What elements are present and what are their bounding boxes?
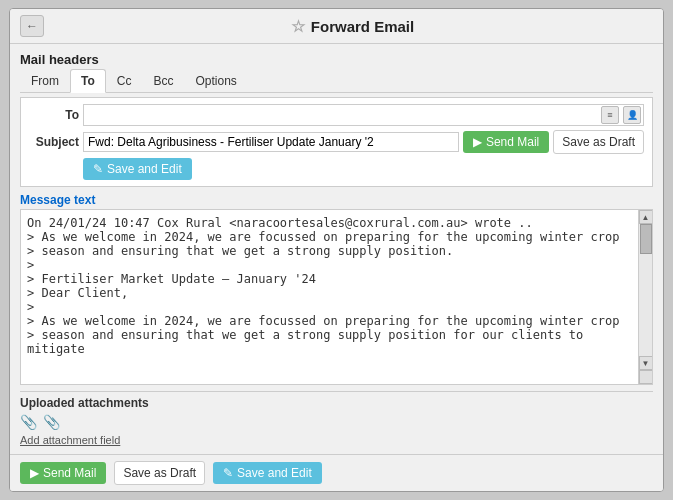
actions-row: ✎ Save and Edit: [29, 158, 644, 180]
to-label: To: [29, 108, 79, 122]
save-edit-button-bottom[interactable]: ✎ Save and Edit: [213, 462, 322, 484]
save-edit-label-top: Save and Edit: [107, 162, 182, 176]
tab-bar: From To Cc Bcc Options: [20, 69, 653, 93]
scroll-thumb[interactable]: [640, 224, 652, 254]
email-forward-window: ← ☆ Forward Email Mail headers From To C…: [9, 8, 664, 492]
back-icon: ←: [26, 19, 38, 33]
scroll-track[interactable]: [639, 224, 652, 356]
attachments-section: Uploaded attachments 📎 📎 Add attachment …: [20, 391, 653, 446]
form-section: To ≡ 👤 Subject ▶ Send Mail Save as: [20, 97, 653, 187]
attachment-icon-2[interactable]: 📎: [43, 414, 60, 430]
window-title-area: ☆ Forward Email: [52, 17, 653, 36]
attachment-row: 📎 📎: [20, 414, 653, 430]
titlebar: ← ☆ Forward Email: [10, 9, 663, 44]
subject-row: Subject ▶ Send Mail Save as Draft: [29, 130, 644, 154]
tab-cc[interactable]: Cc: [106, 69, 143, 93]
bottom-bar: ▶ Send Mail Save as Draft ✎ Save and Edi…: [10, 454, 663, 491]
to-attach-icon[interactable]: ≡: [601, 106, 619, 124]
subject-input[interactable]: [83, 132, 459, 152]
to-input-wrapper: ≡ 👤: [83, 104, 644, 126]
send-mail-button-bottom[interactable]: ▶ Send Mail: [20, 462, 106, 484]
mail-headers-label: Mail headers: [20, 52, 653, 67]
message-body-wrapper: On 24/01/24 10:47 Cox Rural <naracoortes…: [20, 209, 653, 385]
scroll-up-arrow[interactable]: ▲: [639, 210, 653, 224]
send-icon-bottom: ▶: [30, 466, 39, 480]
add-attachment-link[interactable]: Add attachment field: [20, 434, 653, 446]
save-draft-button-top[interactable]: Save as Draft: [553, 130, 644, 154]
save-edit-icon-top: ✎: [93, 162, 103, 176]
save-edit-label-bottom: Save and Edit: [237, 466, 312, 480]
attachment-icon-1[interactable]: 📎: [20, 414, 37, 430]
message-section: Message text On 24/01/24 10:47 Cox Rural…: [20, 193, 653, 385]
tab-options[interactable]: Options: [184, 69, 247, 93]
mail-headers-section: Mail headers From To Cc Bcc Options To ≡…: [20, 52, 653, 187]
send-mail-label-bottom: Send Mail: [43, 466, 96, 480]
scroll-corner: [639, 370, 653, 384]
main-content: Mail headers From To Cc Bcc Options To ≡…: [10, 44, 663, 454]
attachments-label: Uploaded attachments: [20, 396, 653, 410]
back-button[interactable]: ←: [20, 15, 44, 37]
save-edit-button-top[interactable]: ✎ Save and Edit: [83, 158, 192, 180]
to-row: To ≡ 👤: [29, 104, 644, 126]
subject-label: Subject: [29, 135, 79, 149]
scroll-down-arrow[interactable]: ▼: [639, 356, 653, 370]
star-icon[interactable]: ☆: [291, 17, 305, 36]
message-text-highlight: text: [74, 193, 95, 207]
save-draft-button-bottom[interactable]: Save as Draft: [114, 461, 205, 485]
send-icon-top: ▶: [473, 135, 482, 149]
tab-bcc[interactable]: Bcc: [142, 69, 184, 93]
to-contact-icon[interactable]: 👤: [623, 106, 641, 124]
tab-to[interactable]: To: [70, 69, 106, 93]
save-edit-icon-bottom: ✎: [223, 466, 233, 480]
window-title: Forward Email: [311, 18, 414, 35]
message-label: Message text: [20, 193, 653, 207]
vertical-scrollbar[interactable]: ▲ ▼: [638, 210, 652, 384]
tab-from[interactable]: From: [20, 69, 70, 93]
to-input[interactable]: [86, 108, 597, 122]
send-mail-label-top: Send Mail: [486, 135, 539, 149]
send-mail-button-top[interactable]: ▶ Send Mail: [463, 131, 549, 153]
message-body[interactable]: On 24/01/24 10:47 Cox Rural <naracoortes…: [21, 210, 638, 384]
